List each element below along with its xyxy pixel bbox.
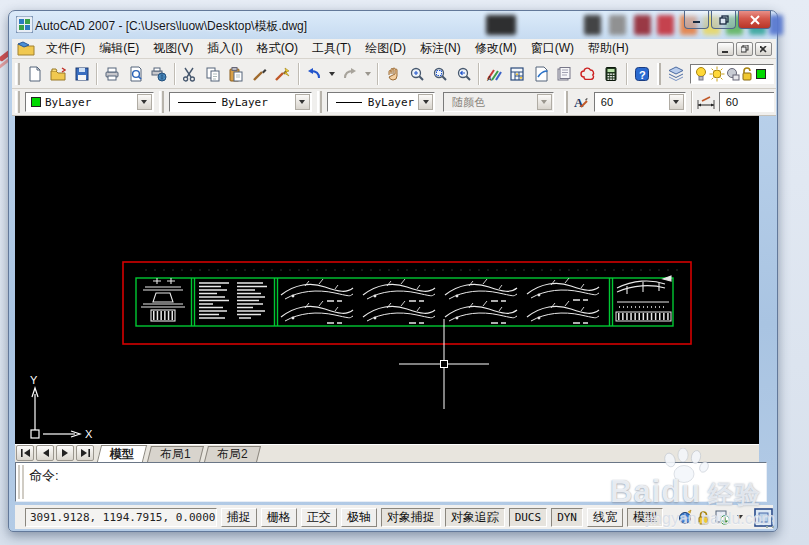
toolbar-grip[interactable] <box>15 91 20 113</box>
menu-file[interactable]: 文件(F) <box>39 38 92 59</box>
zoom-window-button[interactable] <box>428 61 451 87</box>
layer-properties-manager-button[interactable] <box>664 61 687 87</box>
toggle-otrack[interactable]: 对象追踪 <box>445 508 505 527</box>
dim-style-button[interactable] <box>695 89 717 115</box>
coordinate-readout[interactable]: 3091.9128, 1194.7915, 0.0000 <box>25 508 217 527</box>
text-style-button[interactable]: A <box>571 89 591 115</box>
menu-format[interactable]: 格式(O) <box>250 38 305 59</box>
plotstyle-dropdown-button <box>537 94 552 110</box>
menu-edit[interactable]: 编辑(E) <box>92 38 146 59</box>
tab-model[interactable]: 模型 <box>97 445 147 462</box>
mdi-close-button[interactable] <box>755 42 772 56</box>
quick-calc-button[interactable] <box>600 61 623 87</box>
tab-first-button[interactable] <box>16 445 34 461</box>
plot-button[interactable] <box>100 61 123 87</box>
open-button[interactable] <box>46 61 69 87</box>
zoom-previous-button[interactable] <box>452 61 475 87</box>
command-window-grip[interactable] <box>18 465 24 499</box>
toggle-dyn[interactable]: DYN <box>551 508 583 527</box>
toggle-snap[interactable]: 捕捉 <box>221 508 257 527</box>
menu-dimension[interactable]: 标注(N) <box>413 38 468 59</box>
undo-button[interactable] <box>302 61 325 87</box>
new-file-button[interactable] <box>23 61 46 87</box>
close-button[interactable] <box>738 11 771 29</box>
tab-last-button[interactable] <box>76 445 94 461</box>
redo-dropdown[interactable] <box>362 61 375 87</box>
tab-next-button[interactable] <box>56 445 74 461</box>
dim-style-combo[interactable]: 60 <box>719 92 774 112</box>
restore-button[interactable] <box>711 11 736 29</box>
tab-prev-button[interactable] <box>36 445 54 461</box>
blurred-palette-swatch <box>634 15 651 35</box>
toolbar-grip[interactable] <box>159 91 164 113</box>
menu-insert[interactable]: 插入(I) <box>200 38 249 59</box>
color-swatch <box>31 97 41 107</box>
autocad-window: AutoCAD 2007 - [C:\Users\luow\Desktop\模板… <box>8 10 778 532</box>
menu-modify[interactable]: 修改(M) <box>468 38 524 59</box>
lineweight-control-combo[interactable]: ByLayer <box>327 92 435 112</box>
toggle-polar[interactable]: 极轴 <box>341 508 377 527</box>
blurred-palette-swatch <box>769 15 783 35</box>
help-button[interactable]: ? <box>630 61 653 87</box>
zoom-realtime-button[interactable] <box>405 61 428 87</box>
sheet-set-manager-button[interactable] <box>506 61 529 87</box>
toggle-lwt[interactable]: 线宽 <box>587 508 623 527</box>
undo-dropdown[interactable] <box>326 61 339 87</box>
match-properties-button[interactable] <box>248 61 271 87</box>
tab-layout1[interactable]: 布局1 <box>147 446 204 462</box>
layer-on-bulb-icon <box>694 66 709 82</box>
plot-preview-button[interactable] <box>124 61 147 87</box>
tray-dropdown-icon[interactable] <box>737 515 743 519</box>
command-window[interactable]: 命令: <box>15 462 767 502</box>
toolbar-grip[interactable] <box>657 63 662 85</box>
menu-tools[interactable]: 工具(T) <box>305 38 358 59</box>
toggle-model[interactable]: 模型 <box>627 508 663 527</box>
lineweight-dropdown-button[interactable] <box>418 94 433 110</box>
layer-control-combo[interactable] <box>690 64 774 84</box>
toggle-ortho[interactable]: 正交 <box>301 508 337 527</box>
paste-button[interactable] <box>225 61 248 87</box>
sheet-list-button[interactable] <box>553 61 576 87</box>
cut-button[interactable] <box>178 61 201 87</box>
minimize-button[interactable] <box>684 11 709 29</box>
resize-grip[interactable] <box>765 519 775 529</box>
menu-view[interactable]: 视图(V) <box>146 38 200 59</box>
text-style-combo[interactable]: 60 <box>594 92 686 112</box>
color-control-combo[interactable]: ByLayer <box>25 92 154 112</box>
update-icon[interactable] <box>714 509 730 525</box>
publish-button[interactable] <box>147 61 170 87</box>
block-editor-button[interactable] <box>272 61 295 87</box>
color-dropdown-button[interactable] <box>137 94 152 110</box>
communication-center-icon[interactable] <box>677 509 693 525</box>
command-prompt[interactable]: 命令: <box>29 467 59 485</box>
toggle-ducs[interactable]: DUCS <box>509 508 548 527</box>
toggle-grid[interactable]: 栅格 <box>261 508 297 527</box>
title-bar[interactable]: AutoCAD 2007 - [C:\Users\luow\Desktop\模板… <box>9 11 777 39</box>
mdi-minimize-button[interactable] <box>717 42 734 56</box>
screenshot-stage: AutoCAD 2007 - [C:\Users\luow\Desktop\模板… <box>0 0 809 545</box>
toolbar-grip[interactable] <box>15 63 20 85</box>
status-tray <box>677 508 773 527</box>
pan-button[interactable] <box>381 61 404 87</box>
copy-button[interactable] <box>201 61 224 87</box>
toolbar-grip[interactable] <box>564 91 569 113</box>
mdi-restore-button[interactable] <box>736 42 753 56</box>
menu-window[interactable]: 窗口(W) <box>524 38 581 59</box>
properties-toolbar: ByLayer ByLayer ByLayer 随颜色 A 6 <box>12 89 776 116</box>
drawing-canvas[interactable]: Y X <box>15 116 759 444</box>
linetype-control-combo[interactable]: ByLayer <box>169 92 312 112</box>
save-button[interactable] <box>70 61 93 87</box>
linetype-dropdown-button[interactable] <box>295 94 310 110</box>
tab-layout2[interactable]: 布局2 <box>204 446 261 462</box>
tool-palettes-button[interactable]: A <box>482 61 505 87</box>
text-style-dropdown-button[interactable] <box>669 94 684 110</box>
toolbar-grip[interactable] <box>317 91 322 113</box>
menu-draw[interactable]: 绘图(D) <box>358 38 413 59</box>
ucs-icon: Y X <box>30 374 93 440</box>
markup-button[interactable] <box>529 61 552 87</box>
lock-icon[interactable] <box>696 509 711 525</box>
menu-help[interactable]: 帮助(H) <box>581 38 636 59</box>
markup-set-manager-button[interactable] <box>576 61 599 87</box>
redo-button[interactable] <box>338 61 361 87</box>
toggle-osnap[interactable]: 对象捕捉 <box>381 508 441 527</box>
